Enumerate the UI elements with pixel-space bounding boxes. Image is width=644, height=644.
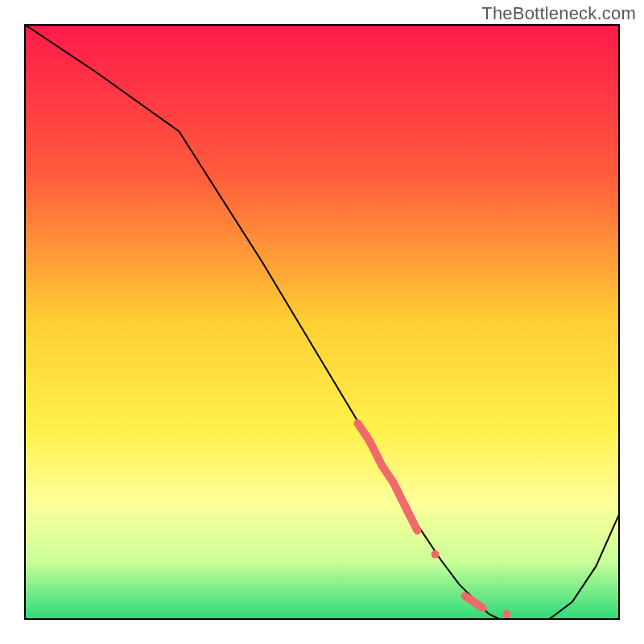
plot-area [24, 24, 620, 620]
plot-svg [24, 24, 620, 620]
gradient-background [24, 24, 620, 620]
chart-frame: TheBottleneck.com [0, 0, 644, 644]
watermark-text: TheBottleneck.com [481, 3, 636, 24]
dot-2 [502, 610, 510, 618]
dot-1 [431, 551, 440, 559]
